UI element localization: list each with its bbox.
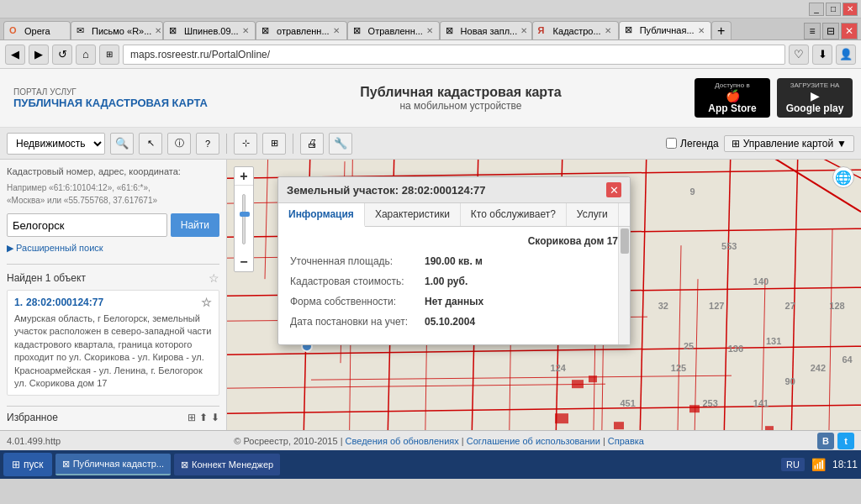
tab-5[interactable]: ⊠ Отравленн... ✕	[347, 21, 440, 39]
status-bar: 4.01.499.http © Росреестр, 2010-2015 | С…	[0, 430, 861, 450]
tab-mail[interactable]: ✉ Письмо «R»... ✕	[71, 21, 163, 39]
popup-tab-char[interactable]: Характеристики	[365, 203, 461, 226]
start-button[interactable]: ⊞ пуск	[3, 453, 52, 476]
tab-7[interactable]: Я Кадастро... ✕	[532, 21, 619, 39]
refresh-button[interactable]: ↺	[52, 45, 72, 65]
favorite-star-icon[interactable]: ☆	[209, 271, 219, 285]
tab6-close[interactable]: ✕	[520, 26, 527, 35]
search-tool-button[interactable]: 🔍	[110, 133, 134, 155]
tab-active-label: Публичная...	[640, 25, 695, 35]
map-management-arrow: ▼	[837, 138, 847, 150]
header-center: Публичная кадастровая карта на мобильном…	[227, 85, 695, 112]
status-agreement-link[interactable]: Соглашение об использовании	[467, 436, 600, 446]
zoom-out-button[interactable]: −	[235, 253, 253, 271]
forward-button[interactable]: ▶	[29, 45, 49, 65]
map-area[interactable]: 0 0.15 0.3км 111 9 553 32 127 27 140 25 …	[227, 160, 861, 430]
tab-mail-label: Письмо «R»...	[92, 26, 151, 36]
status-help-link[interactable]: Справка	[608, 436, 644, 446]
legend-checkbox[interactable]	[666, 138, 677, 149]
status-updates-link[interactable]: Сведения об обновлениях	[346, 436, 459, 446]
close-button[interactable]: ✕	[843, 3, 858, 16]
tab3-close[interactable]: ✕	[242, 26, 249, 35]
tab-opera[interactable]: O Opera	[3, 21, 71, 39]
map-label-131: 131	[766, 336, 781, 346]
tab5-close[interactable]: ✕	[426, 26, 433, 35]
taskbar-right: RU 📶 18:11	[781, 458, 858, 471]
favorites-export-icon[interactable]: ⬇	[211, 412, 219, 423]
title-bar: _ □ ✕	[0, 0, 861, 18]
popup-close-button[interactable]: ✕	[606, 182, 621, 197]
popup-scroll-thumb[interactable]	[621, 228, 629, 254]
result-star-icon[interactable]: ☆	[201, 296, 212, 309]
popup-row-date: Дата постановки на учет: 05.10.2004	[290, 316, 618, 328]
layers-button[interactable]: ⊞	[262, 133, 286, 155]
taskbar-item-cadastr[interactable]: ⊠ Публичная кадастр...	[55, 454, 171, 475]
status-sep2: |	[603, 436, 605, 446]
favorites-add-icon[interactable]: ⊞	[188, 412, 196, 423]
popup-title: Земельный участок: 28:02:000124:77	[287, 184, 485, 197]
popup-scrollbar[interactable]	[618, 227, 630, 344]
back-button[interactable]: ◀	[5, 45, 25, 65]
tab4-close[interactable]: ✕	[333, 26, 340, 35]
tab-3[interactable]: ⊠ Шпинев.09... ✕	[163, 21, 256, 39]
tab-active-favicon: ⊠	[625, 24, 637, 36]
tab-6[interactable]: ⊠ Новая запл... ✕	[440, 21, 532, 39]
bookmark-button[interactable]: ♡	[789, 45, 809, 65]
tab6-label: Новая запл...	[461, 26, 518, 36]
minimize-button[interactable]: _	[809, 3, 824, 16]
popup-tab-services[interactable]: Услуги	[567, 203, 619, 226]
popup-label-area: Уточненная площадь:	[290, 255, 425, 267]
account-button[interactable]: 👤	[836, 45, 856, 65]
taskbar-item-connect[interactable]: ⊠ Коннект Менеджер	[174, 454, 280, 475]
address-bar[interactable]: maps.rosreestr.ru/PortalOnline/	[123, 45, 785, 65]
globe-button[interactable]: 🌐	[832, 166, 854, 188]
popup-tab-who[interactable]: Кто обслуживает?	[461, 203, 567, 226]
zoom-controls: + −	[234, 166, 254, 272]
popup-tab-info[interactable]: Информация	[278, 203, 365, 227]
tab-mail-close[interactable]: ✕	[155, 26, 161, 35]
search-button[interactable]: Найти	[171, 213, 219, 237]
status-sep1: |	[462, 436, 464, 446]
tab-active-close[interactable]: ✕	[698, 26, 705, 35]
tab7-close[interactable]: ✕	[605, 26, 611, 35]
tab-window-close[interactable]: ✕	[841, 23, 858, 39]
measure-tool-button[interactable]: ⊹	[234, 133, 257, 155]
tab-menu-button[interactable]: ≡	[804, 23, 821, 39]
tab-4[interactable]: ⊠ отравленн... ✕	[256, 21, 347, 39]
appstore-badge[interactable]: Доступно в 🍎 App Store	[695, 78, 770, 118]
cursor-tool-button[interactable]: ↖	[139, 133, 162, 155]
language-indicator[interactable]: RU	[781, 458, 805, 471]
legend-checkbox-label[interactable]: Легенда	[666, 138, 719, 150]
property-type-select[interactable]: Недвижимость	[7, 133, 105, 155]
map-management-button[interactable]: ⊞ Управление картой ▼	[724, 135, 854, 152]
favorites-import-icon[interactable]: ⬆	[199, 412, 208, 423]
map-label-128: 128	[829, 301, 844, 311]
tab-active[interactable]: ⊠ Публичная... ✕	[619, 21, 711, 39]
zoom-slider[interactable]	[235, 186, 253, 253]
settings-button[interactable]: 🔧	[329, 133, 352, 155]
new-tab-button[interactable]: +	[711, 21, 732, 39]
zoom-thumb[interactable]	[240, 212, 250, 217]
popup-value-ownership: Нет данных	[425, 296, 483, 307]
download-button[interactable]: ⬇	[812, 45, 832, 65]
advanced-search-link[interactable]: ▶ Расширенный поиск	[7, 243, 103, 253]
twitter-social-button[interactable]: t	[837, 433, 854, 449]
map-label-141: 141	[753, 398, 769, 408]
print-button[interactable]: 🖨	[300, 133, 324, 155]
googleplay-badge[interactable]: ЗАГРУЗИТЕ НА ▶ Google play	[777, 78, 853, 118]
favorites-bar: Избранное ⊞ ⬆ ⬇	[7, 406, 219, 423]
home-button[interactable]: ⌂	[76, 45, 96, 65]
start-label: пуск	[24, 459, 44, 470]
result-item-1[interactable]: 1. 28:02:000124:77 ☆ Амурская область, г…	[7, 290, 219, 396]
appstore-top: Доступно в	[715, 81, 749, 89]
taskbar-item-connect-label: Коннект Менеджер	[192, 459, 273, 470]
maximize-button[interactable]: □	[826, 3, 841, 16]
tab-restore-button[interactable]: ⊟	[822, 23, 839, 39]
help-tool-button[interactable]: ?	[196, 133, 219, 155]
search-input[interactable]	[7, 213, 167, 237]
opera-favicon: O	[9, 25, 21, 37]
grid-button[interactable]: ⊞	[99, 45, 119, 65]
info-tool-button[interactable]: ⓘ	[167, 133, 191, 155]
vk-social-button[interactable]: В	[817, 433, 834, 449]
zoom-in-button[interactable]: +	[235, 167, 253, 186]
